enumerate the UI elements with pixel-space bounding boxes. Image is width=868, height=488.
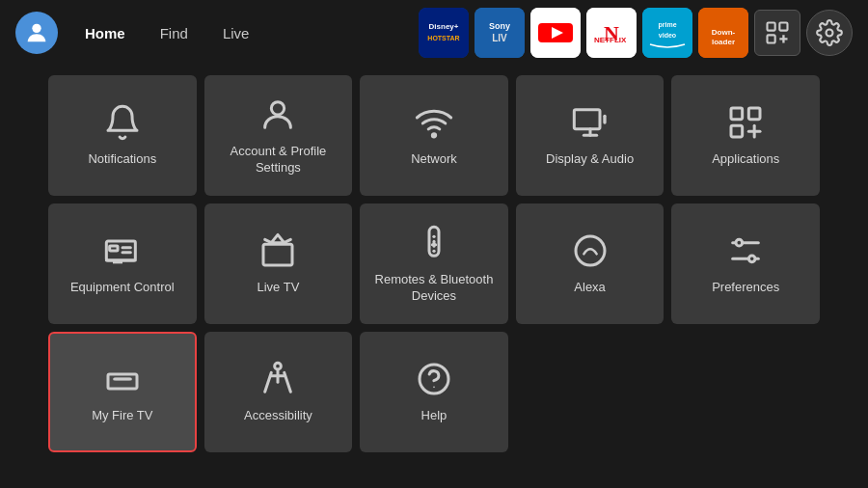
help-label: Help bbox=[421, 408, 448, 424]
grid-live-tv[interactable]: Live TV bbox=[204, 203, 353, 324]
live-tv-label: Live TV bbox=[257, 280, 299, 296]
svg-text:Down-: Down- bbox=[712, 28, 736, 37]
app-netflix[interactable]: N NETFLIX bbox=[586, 8, 637, 58]
svg-text:Disney+: Disney+ bbox=[429, 22, 459, 31]
svg-rect-39 bbox=[263, 244, 292, 265]
svg-point-44 bbox=[432, 249, 435, 252]
grid-equipment-control[interactable]: Equipment Control bbox=[48, 203, 197, 324]
svg-point-55 bbox=[420, 365, 448, 393]
grid-accessibility[interactable]: Accessibility bbox=[204, 332, 353, 452]
svg-text:HOTSTAR: HOTSTAR bbox=[427, 35, 459, 41]
app-prime[interactable]: prime video bbox=[642, 8, 692, 58]
app-grid-icon[interactable] bbox=[754, 10, 800, 56]
svg-rect-52 bbox=[114, 377, 130, 380]
svg-rect-27 bbox=[574, 110, 600, 129]
alexa-label: Alexa bbox=[574, 280, 606, 296]
settings-icon[interactable] bbox=[806, 10, 853, 56]
app-disney[interactable]: Disney+ HOTSTAR bbox=[419, 8, 469, 58]
grid-alexa[interactable]: Alexa bbox=[516, 203, 665, 324]
svg-rect-20 bbox=[779, 23, 787, 31]
app-youtube[interactable] bbox=[530, 8, 581, 58]
svg-rect-31 bbox=[731, 125, 743, 137]
svg-point-25 bbox=[272, 101, 285, 114]
nav-find[interactable]: Find bbox=[145, 19, 203, 47]
svg-rect-21 bbox=[768, 35, 775, 42]
nav-home[interactable]: Home bbox=[69, 19, 141, 47]
applications-label: Applications bbox=[712, 151, 779, 168]
svg-text:loader: loader bbox=[712, 38, 735, 46]
nav-live[interactable]: Live bbox=[207, 19, 265, 47]
grid-network[interactable]: Network bbox=[360, 75, 508, 196]
grid-account-profile[interactable]: Account & Profile Settings bbox=[204, 75, 353, 196]
svg-rect-50 bbox=[108, 374, 137, 389]
svg-text:Sony: Sony bbox=[489, 21, 510, 31]
grid-display-audio[interactable]: Display & Audio bbox=[516, 75, 665, 196]
svg-point-49 bbox=[749, 256, 756, 262]
display-audio-label: Display & Audio bbox=[546, 151, 634, 168]
grid-notifications[interactable]: Notifications bbox=[48, 75, 197, 196]
grid-preferences[interactable]: Preferences bbox=[671, 203, 820, 324]
network-label: Network bbox=[411, 151, 457, 168]
svg-rect-28 bbox=[603, 115, 606, 124]
svg-point-45 bbox=[576, 236, 605, 265]
svg-point-41 bbox=[432, 234, 435, 237]
svg-text:video: video bbox=[659, 32, 676, 39]
svg-point-56 bbox=[433, 387, 435, 389]
svg-text:LIV: LIV bbox=[492, 33, 507, 43]
grid-remotes-bluetooth[interactable]: Remotes & Bluetooth Devices bbox=[360, 203, 508, 324]
my-fire-tv-label: My Fire TV bbox=[92, 408, 152, 424]
svg-rect-30 bbox=[749, 108, 761, 120]
top-nav: Home Find Live Disney+ HOTSTAR Sony LIV bbox=[0, 0, 868, 66]
svg-rect-19 bbox=[768, 23, 775, 31]
settings-grid: Notifications Account & Profile Settings… bbox=[0, 66, 868, 462]
notifications-label: Notifications bbox=[88, 151, 156, 168]
grid-applications[interactable]: Applications bbox=[671, 75, 820, 196]
svg-rect-38 bbox=[113, 260, 122, 263]
svg-point-0 bbox=[32, 24, 41, 33]
app-sony[interactable]: Sony LIV bbox=[475, 8, 525, 58]
user-avatar[interactable] bbox=[15, 12, 58, 54]
svg-point-48 bbox=[736, 239, 743, 246]
accessibility-label: Accessibility bbox=[244, 408, 312, 424]
preferences-label: Preferences bbox=[712, 280, 779, 296]
remotes-bluetooth-label: Remotes & Bluetooth Devices bbox=[369, 272, 499, 305]
svg-point-24 bbox=[827, 30, 833, 37]
svg-text:prime: prime bbox=[658, 21, 676, 29]
nav-apps: Disney+ HOTSTAR Sony LIV N N bbox=[419, 8, 853, 58]
equipment-control-label: Equipment Control bbox=[70, 280, 175, 296]
svg-rect-1 bbox=[419, 8, 469, 58]
svg-text:NETFLIX: NETFLIX bbox=[594, 36, 627, 44]
nav-links: Home Find Live bbox=[69, 19, 264, 47]
svg-rect-29 bbox=[731, 108, 743, 120]
grid-my-fire-tv[interactable]: My Fire TV bbox=[48, 332, 197, 452]
account-profile-label: Account & Profile Settings bbox=[214, 144, 343, 176]
svg-rect-35 bbox=[109, 246, 117, 251]
grid-help[interactable]: Help bbox=[360, 332, 508, 452]
app-downloader[interactable]: Down- loader bbox=[698, 8, 748, 58]
svg-point-26 bbox=[432, 134, 435, 137]
